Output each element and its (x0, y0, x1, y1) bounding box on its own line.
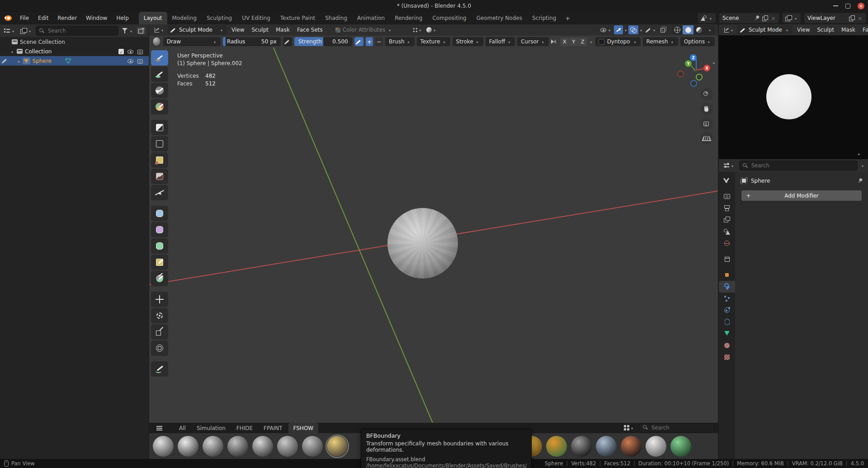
mode-dropdown[interactable]: Sculpt Mode (737, 25, 793, 34)
panel-stroke[interactable]: Stroke (453, 37, 483, 46)
brush-asset-spheres[interactable] (153, 436, 174, 457)
right-viewport-menu-face-sets[interactable]: Face Sets (859, 27, 868, 33)
brush-asset-red-streaks[interactable] (621, 436, 642, 457)
brush-asset-claw[interactable] (252, 436, 273, 457)
viewport-menu-sculpt[interactable]: Sculpt (248, 27, 272, 33)
tool-mesh-filter[interactable] (151, 206, 168, 221)
secondary-viewport-canvas[interactable] (719, 35, 868, 159)
tool-mask[interactable] (151, 83, 168, 98)
gizmo-negative-y-ball[interactable] (696, 74, 703, 80)
add-workspace-button[interactable]: + (561, 12, 574, 24)
brush-preview-icon[interactable] (152, 37, 161, 47)
tool-cloth-filter[interactable] (151, 222, 168, 237)
xray-toggle-button[interactable] (659, 25, 668, 34)
show-object-types-button[interactable] (599, 25, 613, 34)
falloff-widget[interactable] (425, 25, 439, 34)
right-viewport-menu-view[interactable]: View (793, 27, 813, 33)
collection-checkbox[interactable] (118, 49, 124, 54)
camera-view-button[interactable] (700, 117, 713, 130)
scene-selector[interactable]: Scene (719, 13, 779, 23)
workspace-tab-geometry-nodes[interactable]: Geometry Nodes (472, 12, 527, 24)
tool-rotate[interactable] (151, 308, 168, 323)
disable-in-renders-icon[interactable] (137, 58, 144, 64)
workspace-tab-layout[interactable]: Layout (139, 12, 167, 24)
snap-widget[interactable] (411, 25, 424, 34)
shading-material-button[interactable] (693, 25, 704, 34)
brush-asset-blade[interactable] (227, 436, 248, 457)
add-brush-button[interactable]: + (366, 37, 373, 46)
workspace-tab-sculpting[interactable]: Sculpting (202, 12, 237, 24)
delete-scene-icon[interactable] (771, 15, 776, 22)
workspace-tab-modeling[interactable]: Modeling (167, 12, 202, 24)
tool-edit-face-set[interactable] (151, 255, 168, 270)
symmetry-x-toggle[interactable]: X (560, 38, 569, 46)
asset-shelf-menu-button[interactable] (153, 423, 166, 433)
outliner-display-mode-button[interactable] (19, 27, 33, 35)
properties-search[interactable] (739, 161, 858, 170)
panel-brush[interactable]: Brush (385, 37, 415, 46)
show-gizmo-button[interactable] (614, 25, 623, 34)
delete-viewlayer-icon[interactable] (858, 15, 863, 22)
outliner-editor-type-button[interactable] (3, 27, 17, 35)
viewport-menu-mask[interactable]: Mask (272, 27, 293, 33)
expand-icon[interactable] (18, 58, 20, 64)
viewport-menu-face-sets[interactable]: Face Sets (293, 27, 326, 33)
workspace-tab-rendering[interactable]: Rendering (390, 12, 427, 24)
annotation-button[interactable] (644, 25, 658, 34)
properties-tab-tool[interactable] (719, 175, 735, 186)
workspace-tab-uv-editing[interactable]: UV Editing (237, 12, 275, 24)
shading-dropdown[interactable] (704, 25, 715, 34)
right-viewport-menu-mask[interactable]: Mask (838, 27, 859, 33)
menu-edit[interactable]: Edit (33, 15, 53, 21)
tool-box-mask[interactable] (151, 120, 168, 135)
tool-draw-face-sets[interactable] (151, 99, 168, 114)
panel-cursor[interactable]: Cursor (517, 37, 548, 46)
brush-asset-smooth-light[interactable] (646, 436, 666, 457)
workspace-tab-compositing[interactable]: Compositing (427, 12, 471, 24)
shelf-tab-all[interactable]: All (174, 423, 191, 433)
gizmo-axis-z[interactable]: Z (690, 54, 697, 61)
properties-tab-material[interactable] (719, 340, 735, 351)
brush-asset-crescent[interactable] (178, 436, 198, 457)
shelf-tab-fhide[interactable]: FHIDE (231, 423, 258, 433)
panel-texture[interactable]: Texture (417, 37, 450, 46)
zoom-view-button[interactable] (700, 88, 713, 101)
collapse-icon[interactable] (10, 48, 14, 55)
tool-mask-by-color[interactable] (151, 271, 168, 286)
viewport-editor-type-button[interactable] (722, 25, 736, 34)
men u-help[interactable]: Help (112, 15, 133, 21)
brush-asset-crater-sphere[interactable] (302, 436, 323, 457)
menu-render[interactable]: Render (53, 15, 81, 21)
properties-tab-physics[interactable] (719, 304, 735, 316)
chevron-down-icon[interactable] (860, 162, 865, 169)
mode-dropdown[interactable]: Sculpt Mode (167, 25, 227, 34)
asset-search-input[interactable] (651, 424, 711, 431)
viewport-menu-view[interactable]: View (228, 27, 248, 33)
menu-file[interactable]: File (15, 15, 33, 21)
outliner-row-scene-collection[interactable]: Scene Collection (0, 37, 149, 47)
pin-icon[interactable] (856, 177, 864, 184)
brush-asset-cross[interactable] (203, 436, 223, 457)
dyntopo-dropdown[interactable]: Dyntopo (595, 37, 641, 46)
workspace-tab-texture-paint[interactable]: Texture Paint (275, 12, 320, 24)
tool-scale[interactable] (151, 324, 168, 340)
properties-tab-constraints[interactable] (719, 316, 735, 328)
properties-tab-object[interactable] (719, 269, 735, 281)
new-scene-icon[interactable] (762, 15, 768, 21)
brush-asset-green-dotted[interactable] (670, 436, 691, 457)
pin-icon[interactable] (753, 14, 761, 22)
remove-brush-button[interactable]: − (375, 37, 383, 46)
maximize-button[interactable] (845, 4, 850, 9)
menu-window[interactable]: Window (81, 15, 112, 21)
tool-draw[interactable] (151, 50, 168, 66)
shelf-tab-simulation[interactable]: Simulation (192, 423, 231, 433)
right-viewport-menu-sculpt[interactable]: Sculpt (813, 27, 837, 33)
gizmo-axis-x[interactable]: X (703, 65, 710, 71)
properties-tab-texture[interactable] (719, 351, 735, 363)
viewlayer-selector[interactable]: ViewLayer (804, 13, 866, 23)
new-collection-button[interactable] (137, 27, 146, 34)
properties-tab-render[interactable] (719, 190, 735, 202)
toggle-perspective-button[interactable] (700, 132, 713, 144)
properties-tab-modifiers[interactable] (719, 281, 735, 293)
shelf-tab-fpaint[interactable]: FPAINT (259, 423, 287, 433)
